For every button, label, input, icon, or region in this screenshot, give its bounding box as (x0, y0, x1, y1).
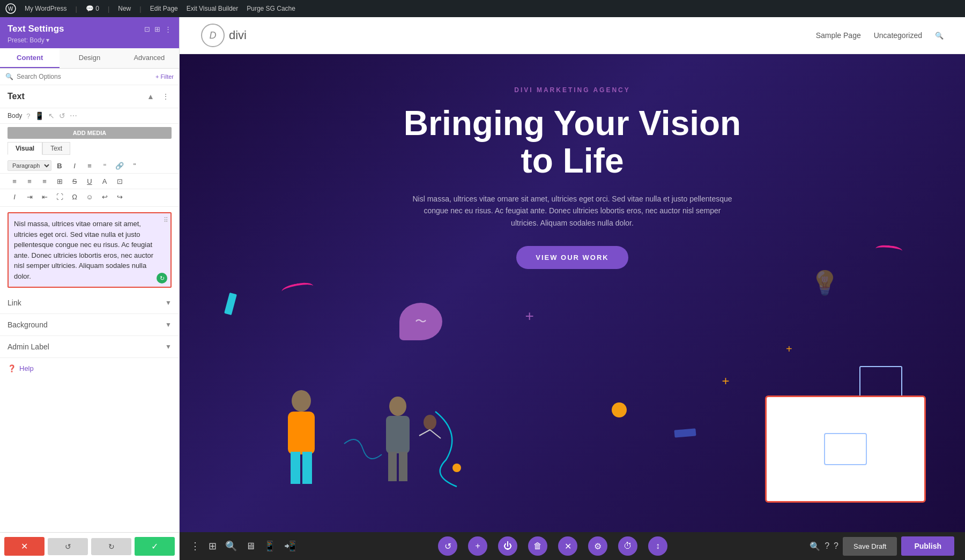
body-icon-more[interactable]: ⋯ (70, 111, 77, 120)
svg-rect-5 (302, 452, 312, 484)
admin-label-section[interactable]: Admin Label ▼ (0, 336, 179, 358)
undo2-btn[interactable]: ↩ (98, 190, 112, 203)
panel-undo-button[interactable]: ↺ (48, 538, 88, 555)
wp-edit-page[interactable]: Edit Page (150, 5, 178, 12)
tab-advanced[interactable]: Advanced (120, 48, 179, 68)
text-color-btn[interactable]: A (98, 175, 112, 188)
strike-btn[interactable]: S (68, 175, 81, 188)
editor-tabs: Visual Text (8, 142, 172, 155)
divi-logo-letter: D (210, 30, 217, 41)
panel-bottom-bar: ✕ ↺ ↻ ✓ (0, 532, 179, 560)
collapse-section-btn[interactable]: ▲ (145, 91, 157, 102)
deco-whiteboard-inner (824, 433, 867, 465)
editor-tab-text[interactable]: Text (42, 142, 70, 155)
panel-confirm-button[interactable]: ✓ (135, 537, 175, 556)
quote-btn[interactable]: " (128, 159, 142, 172)
underline-btn[interactable]: U (83, 175, 96, 188)
section-menu-btn[interactable]: ⋮ (160, 91, 172, 102)
body-icon-phone[interactable]: 📱 (35, 111, 44, 120)
align-right-btn[interactable]: ≡ (38, 175, 51, 188)
panel-close-button[interactable]: ✕ (4, 537, 44, 556)
omega-btn[interactable]: Ω (68, 190, 81, 203)
emoji-btn[interactable]: ☺ (83, 190, 96, 203)
nav-search-icon[interactable]: 🔍 (935, 32, 944, 40)
toolbar-undo-icon[interactable]: ↺ (438, 536, 457, 556)
link-section[interactable]: Link ▼ (0, 292, 179, 314)
paragraph-select[interactable]: Paragraph (8, 160, 51, 171)
nav-link-sample[interactable]: Sample Page (816, 31, 861, 40)
wp-exit-builder[interactable]: Exit Visual Builder (187, 5, 239, 12)
background-section[interactable]: Background ▼ (0, 314, 179, 336)
align-left-btn[interactable]: ≡ (8, 175, 21, 188)
publish-button[interactable]: Publish (901, 536, 954, 556)
background-label: Background (8, 320, 48, 329)
italic2-btn[interactable]: I (8, 190, 21, 203)
wp-comments[interactable]: 💬 0 (86, 5, 99, 12)
toolbar-close-icon[interactable]: ✕ (558, 536, 577, 556)
hero-title: Bringing Your Vision to Life (385, 104, 760, 180)
panel-icon-monitor[interactable]: ⊡ (144, 25, 150, 33)
indent-btn[interactable]: ⇥ (23, 190, 36, 203)
toolbar-zoom-icon[interactable]: 🔍 (810, 541, 820, 551)
divi-nav-links: Sample Page Uncategorized 🔍 (816, 31, 944, 40)
ol-btn[interactable]: ⁼ (98, 159, 112, 172)
body-icon-undo[interactable]: ↺ (59, 111, 65, 120)
table-btn[interactable]: ⊞ (53, 175, 66, 188)
save-draft-button[interactable]: Save Draft (843, 537, 897, 556)
body-icon-arrow[interactable]: ↖ (48, 111, 55, 120)
svg-line-13 (419, 430, 430, 436)
toolbar-menu-icon[interactable]: ⋮ (190, 540, 200, 552)
toolbar-question-icon[interactable]: ? (825, 541, 829, 551)
align-center-btn[interactable]: ≡ (23, 175, 36, 188)
panel-preset[interactable]: Preset: Body ▾ (8, 36, 172, 44)
toolbar-settings-icon[interactable]: ⚙ (588, 536, 607, 556)
toolbar-power-icon[interactable]: ⏻ (498, 536, 517, 556)
editor-tab-visual[interactable]: Visual (8, 142, 42, 155)
panel-redo-button[interactable]: ↻ (91, 538, 131, 555)
redo2-btn[interactable]: ↪ (113, 190, 127, 203)
outdent-btn[interactable]: ⇤ (38, 190, 51, 203)
italic-btn[interactable]: I (68, 159, 81, 172)
toolbar-add-icon[interactable]: + (468, 536, 487, 556)
filter-button[interactable]: + Filter (155, 73, 174, 80)
ul-btn[interactable]: ≡ (83, 159, 96, 172)
toolbar-delete-icon[interactable]: 🗑 (528, 536, 547, 556)
panel-icon-more[interactable]: ⋮ (165, 25, 172, 33)
tab-design[interactable]: Design (60, 48, 119, 68)
text-editor-area[interactable]: ⠿ Nisl massa, ultrices vitae ornare sit … (8, 212, 172, 288)
fullscreen-btn[interactable]: ⛶ (53, 190, 66, 203)
toolbar-mobile-icon[interactable]: 📲 (284, 540, 296, 552)
toolbar-desktop-icon[interactable]: 🖥 (246, 541, 255, 552)
wp-new[interactable]: New (118, 5, 131, 12)
wordpress-icon: W (5, 3, 16, 14)
toolbar-history-icon[interactable]: ⏱ (618, 536, 637, 556)
toolbar-tablet-icon[interactable]: 📱 (264, 540, 276, 552)
search-input[interactable] (17, 73, 152, 80)
help-row[interactable]: ❓ Help (0, 358, 179, 379)
nav-link-uncategorized[interactable]: Uncategorized (874, 31, 922, 40)
text-section-header: Text ▲ ⋮ (0, 85, 179, 108)
toolbar-search-icon[interactable]: 🔍 (225, 540, 237, 552)
wp-site-name[interactable]: My WordPress (25, 5, 66, 12)
hero-cta-button[interactable]: VIEW OUR WORK (516, 246, 628, 269)
hero-agency-label: DIVI MARKETING AGENCY (514, 86, 630, 94)
deco-teal-plus: + (722, 374, 729, 389)
add-media-button[interactable]: ADD MEDIA (8, 127, 172, 139)
link-btn[interactable]: 🔗 (113, 159, 127, 172)
text-section-label: Text (8, 92, 25, 101)
toolbar-grid-icon[interactable]: ⊞ (209, 540, 217, 552)
panel-header: Text Settings ⊡ ⊞ ⋮ Preset: Body ▾ (0, 17, 179, 48)
help-icon[interactable]: ? (26, 112, 30, 120)
deco-chat-bubble: 〜 (399, 303, 442, 340)
tab-content[interactable]: Content (0, 48, 60, 68)
toolbar-info-icon[interactable]: ? (834, 541, 838, 551)
toolbar-move-icon[interactable]: ↕ (648, 536, 667, 556)
panel-icon-split[interactable]: ⊞ (154, 25, 160, 33)
editor-text-content: Nisl massa, ultrices vitae ornare sit am… (14, 220, 153, 280)
deco-cyan-rect (224, 293, 237, 315)
deco-illustration (258, 369, 484, 503)
more-btn[interactable]: ⊡ (113, 175, 127, 188)
wp-purge-cache[interactable]: Purge SG Cache (247, 5, 295, 12)
refresh-icon[interactable]: ↻ (157, 273, 167, 283)
bold-btn[interactable]: B (53, 159, 66, 172)
